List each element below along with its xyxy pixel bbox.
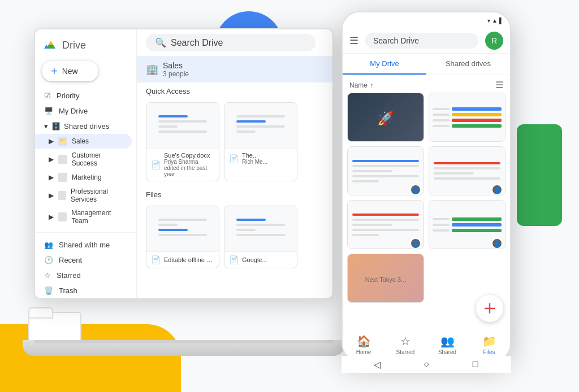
tab-shared-drives-label: Shared drives <box>446 59 491 68</box>
quick-access-grid: 📄 Sue's Copy.docx Priya Sharma edited in… <box>137 98 332 186</box>
mobile-file-grid: 🚀 🖼️ astronaut.jpg ⋮ <box>343 93 510 307</box>
files-nav-icon: 📁 <box>482 334 496 348</box>
file-info-editable: 📄 Editable offline docu... <box>146 251 219 268</box>
doc-icon-2: 📄 <box>229 154 239 163</box>
file-card-task[interactable]: 👤 W Task details ⋮ <box>347 146 424 195</box>
file-card-editable[interactable]: 📄 Editable offline docu... <box>146 206 219 268</box>
sidebar-drive-professional[interactable]: ▶ Professional Services <box>35 185 132 206</box>
hamburger-menu-icon[interactable]: ☰ <box>349 34 358 47</box>
file-person: Priya Sharma edited in the past year <box>164 159 214 177</box>
laptop-base <box>23 340 345 356</box>
recent-label: Recent <box>59 256 82 264</box>
file-thumb-task: 👤 <box>348 147 424 195</box>
doc-icon: 📄 <box>151 160 161 169</box>
fab-button[interactable] <box>476 295 503 322</box>
recents-button[interactable]: □ <box>470 359 481 370</box>
sidebar-item-trash[interactable]: 🗑️ Trash <box>35 283 132 298</box>
file-card-my-doc[interactable]: 👤 P My Document ⋮ <box>347 200 424 249</box>
tab-shared-drives[interactable]: Shared drives <box>426 54 510 75</box>
tab-my-drive[interactable]: My Drive <box>343 54 426 75</box>
priority-label: Priority <box>57 92 79 100</box>
wifi-icon: ▲ <box>492 18 498 24</box>
file-card-major[interactable]: 👤 📄 Major opportu... ⋮ <box>429 146 505 195</box>
back-button[interactable]: ◁ <box>371 359 383 370</box>
shared-avatar-4: 👤 <box>491 238 503 249</box>
main-content: 🔍 Search Drive 🏢 Sales 3 people Quick Ac… <box>137 29 332 298</box>
sort-control[interactable]: Name ↑ <box>349 81 373 89</box>
sidebar-item-starred[interactable]: ☆ Starred <box>35 268 132 283</box>
shared-drive-banner: 🏢 Sales 3 people <box>137 56 332 82</box>
file-thumb-astronaut: 🚀 <box>348 93 424 142</box>
mobile-topbar: ☰ Search Drive R <box>343 28 510 54</box>
file-card-astronaut[interactable]: 🚀 🖼️ astronaut.jpg ⋮ <box>347 93 424 142</box>
professional-drive-icon <box>58 191 66 200</box>
mobile-search-box[interactable]: Search Drive <box>365 33 478 49</box>
file-person-2: Rich Me... <box>242 159 267 165</box>
my-drive-icon: 🖥️ <box>44 107 53 115</box>
file-thumb-tokyo: Next Tokyo 3... <box>348 254 424 303</box>
list-view-icon[interactable]: ☰ <box>495 80 503 90</box>
shared-drives-label: Shared drives <box>64 122 109 130</box>
new-button[interactable]: + New <box>42 61 98 81</box>
battery-icon: ▌ <box>499 18 503 24</box>
sidebar-item-priority[interactable]: ☑ Priority <box>35 88 132 103</box>
management-label: Management Team <box>71 209 127 225</box>
shared-drives-header[interactable]: ▾ 🗄️ Shared drives <box>35 119 136 134</box>
sidebar-item-recent[interactable]: 🕐 Recent <box>35 252 132 268</box>
sidebar-drive-management[interactable]: ▶ Management Team <box>35 206 132 228</box>
customer-drive-icon <box>58 155 67 164</box>
mobile-tabs: My Drive Shared drives <box>343 54 510 75</box>
shared-drives-icon: 🗄️ <box>51 122 61 130</box>
laptop-screen: Drive + New ☑ Priority 🖥️ My Drive <box>34 28 334 299</box>
management-drive-icon <box>58 212 67 221</box>
file-card-thumb-2 <box>224 103 297 148</box>
doc-icon-editable: 📄 <box>151 255 161 264</box>
laptop-container: Drive + New ☑ Priority 🖥️ My Drive <box>34 28 351 356</box>
people-count: 3 people <box>163 70 189 78</box>
sales-icon: 🏢 <box>146 63 158 76</box>
shared-nav-label: Shared <box>438 349 456 355</box>
shared-with-me-label: Shared with me <box>59 241 110 249</box>
sales-label: Sales <box>72 137 89 145</box>
desktop-search-text: Search Drive <box>171 38 223 48</box>
user-initial: R <box>491 36 497 45</box>
file-card-sues-copy[interactable]: 📄 Sue's Copy.docx Priya Sharma edited in… <box>146 102 219 181</box>
file-name-google: Google... <box>242 256 292 263</box>
sidebar-drive-marketing[interactable]: ▶ Marketing <box>35 170 132 185</box>
sidebar-drive-customer[interactable]: ▶ Customer Success <box>35 149 132 170</box>
customer-label: Customer Success <box>72 151 127 167</box>
sidebar-drive-sales[interactable]: ▶ 📁 Sales <box>35 134 132 149</box>
phone-nav-bar: ◁ ○ □ <box>342 356 511 373</box>
desktop-search-icon: 🔍 <box>155 37 166 48</box>
drive-logo-area: Drive <box>35 34 136 59</box>
drive-logo-text: Drive <box>62 40 86 51</box>
status-bar: ▾ ▲ ▌ <box>343 12 510 28</box>
sidebar-item-my-drive[interactable]: 🖥️ My Drive <box>35 103 132 119</box>
file-card-gantt[interactable]: 📊 Gantt chart ⋮ <box>429 93 505 142</box>
file-thumb-work-list: 👤 <box>429 201 505 249</box>
arrow-right-icon: ▶ <box>49 137 54 145</box>
shared-with-me-icon: 👥 <box>44 241 53 249</box>
sidebar-divider <box>35 232 136 233</box>
file-card-tokyo[interactable]: Next Tokyo 3... 🖼️ Next Tokyo 3... ⋮ <box>347 254 424 303</box>
status-icons: ▾ ▲ ▌ <box>487 18 503 24</box>
files-nav-label: Files <box>483 349 495 355</box>
home-icon: 🏠 <box>357 334 371 348</box>
user-avatar[interactable]: R <box>485 32 503 50</box>
signal-icon: ▾ <box>487 18 490 24</box>
sidebar-item-shared-with-me[interactable]: 👥 Shared with me <box>35 237 132 252</box>
fab-plus-icon <box>482 300 498 316</box>
file-card-the[interactable]: 📄 The... Rich Me... <box>224 102 297 181</box>
file-name-2: The... <box>242 152 267 159</box>
file-card-google[interactable]: 📄 Google... <box>224 206 297 268</box>
home-button[interactable]: ○ <box>421 359 432 370</box>
file-card-work-list[interactable]: 👤 X Work List_01 ⋮ <box>429 200 505 249</box>
files-grid: 📄 Editable offline docu... <box>137 201 332 273</box>
file-card-thumb <box>146 103 219 148</box>
desktop-search-box[interactable]: 🔍 Search Drive <box>146 34 316 51</box>
file-card-info-2: 📄 The... Rich Me... <box>224 148 297 168</box>
starred-label: Starred <box>57 271 81 280</box>
sidebar: Drive + New ☑ Priority 🖥️ My Drive <box>35 29 137 298</box>
sort-arrow-icon: ↑ <box>370 81 373 89</box>
drive-logo-icon <box>44 38 58 52</box>
